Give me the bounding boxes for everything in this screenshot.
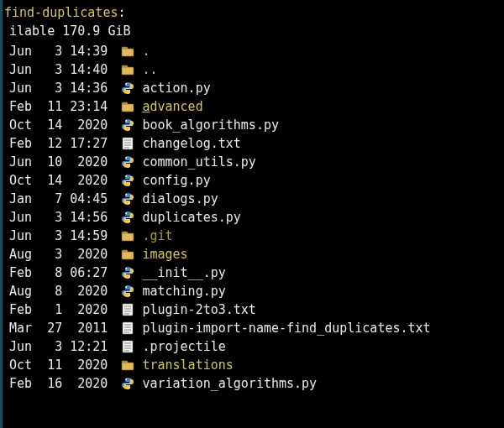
file-date: Feb 16 2020: [9, 374, 115, 393]
file-name[interactable]: ..: [142, 60, 157, 79]
file-date: Oct 14 2020: [9, 171, 115, 190]
file-row[interactable]: Mar 27 2011 plugin-import-name-find_dupl…: [4, 319, 504, 337]
disk-usage-text: ilable 170.9 GiB: [9, 23, 131, 39]
file-name[interactable]: __init__.py: [142, 264, 225, 282]
text-file-icon: [118, 340, 137, 353]
folder-icon: [118, 229, 137, 243]
file-date: Feb 8 06:27: [9, 264, 115, 282]
python-icon: [118, 266, 137, 279]
file-date: Oct 11 2020: [9, 356, 115, 374]
file-date: Jun 10 2020: [9, 153, 115, 171]
file-listing[interactable]: Jun 3 14:39 . Jun 3 14:40 .. Jun 3 14:36…: [4, 42, 504, 393]
file-name[interactable]: variation_algorithms.py: [142, 374, 317, 393]
file-row[interactable]: Jun 3 14:40 ..: [4, 60, 504, 79]
file-row[interactable]: Oct 14 2020 book_algorithms.py: [4, 116, 504, 134]
file-name[interactable]: .: [142, 42, 150, 60]
directory-name: find-duplicates: [4, 5, 118, 20]
file-date: Jun 3 14:36: [9, 79, 115, 97]
file-row[interactable]: Jan 7 04:45 dialogs.py: [4, 190, 504, 208]
file-date: Jun 3 14:39: [9, 42, 115, 60]
file-date: Aug 3 2020: [9, 245, 115, 264]
file-row[interactable]: Jun 3 14:59 .git: [4, 227, 504, 245]
file-date: Jun 3 14:40: [9, 60, 115, 79]
file-name[interactable]: common_utils.py: [142, 153, 255, 171]
text-file-icon: [118, 321, 137, 335]
file-name[interactable]: .git: [142, 227, 172, 245]
file-name[interactable]: images: [142, 245, 187, 264]
file-name[interactable]: .projectile: [142, 337, 225, 356]
python-icon: [118, 192, 137, 206]
file-name[interactable]: duplicates.py: [142, 208, 240, 227]
folder-icon: [118, 358, 137, 372]
file-date: Aug 8 2020: [9, 282, 115, 300]
file-row[interactable]: Feb 12 17:27 changelog.txt: [4, 134, 504, 153]
file-date: Jun 3 14:59: [9, 227, 115, 245]
file-name[interactable]: book_algorithms.py: [142, 116, 279, 134]
folder-icon: [118, 100, 137, 113]
file-row[interactable]: Jun 3 14:36 action.py: [4, 79, 504, 97]
file-row[interactable]: Feb 16 2020 variation_algorithms.py: [4, 374, 504, 393]
file-row[interactable]: Jun 3 14:39 .: [4, 42, 504, 60]
file-name[interactable]: translations: [142, 356, 233, 374]
file-name[interactable]: config.py: [142, 171, 210, 190]
python-icon: [118, 211, 137, 224]
disk-usage-line: ilable 170.9 GiB: [9, 22, 504, 40]
python-icon: [118, 377, 137, 390]
python-icon: [118, 284, 137, 298]
file-name[interactable]: dialogs.py: [142, 190, 218, 208]
file-row[interactable]: Jun 3 12:21 .projectile: [4, 337, 504, 356]
file-name[interactable]: plugin-import-name-find_duplicates.txt: [142, 319, 430, 337]
file-row[interactable]: Feb 1 2020 plugin-2to3.txt: [4, 300, 504, 319]
file-row[interactable]: Aug 8 2020 matching.py: [4, 282, 504, 300]
file-date: Jun 3 12:21: [9, 337, 115, 356]
file-row[interactable]: Oct 11 2020 translations: [4, 356, 504, 374]
dired-buffer: find-duplicates: ilable 170.9 GiB Jun 3 …: [0, 0, 504, 428]
file-date: Oct 14 2020: [9, 116, 115, 134]
file-row[interactable]: Jun 10 2020 common_utils.py: [4, 153, 504, 171]
python-icon: [118, 81, 137, 95]
file-name[interactable]: matching.py: [142, 282, 225, 300]
file-name[interactable]: advanced: [142, 97, 202, 116]
python-icon: [118, 155, 137, 169]
file-date: Jun 3 14:56: [9, 208, 115, 227]
file-row[interactable]: Feb 8 06:27 __init__.py: [4, 264, 504, 282]
file-date: Feb 11 23:14: [9, 97, 115, 116]
file-name[interactable]: action.py: [142, 79, 210, 97]
file-row[interactable]: Jun 3 14:56 duplicates.py: [4, 208, 504, 227]
file-name[interactable]: changelog.txt: [142, 134, 240, 153]
python-icon: [118, 118, 137, 132]
folder-icon: [118, 44, 137, 58]
title-colon: :: [118, 5, 125, 20]
file-date: Feb 1 2020: [9, 300, 115, 319]
file-row[interactable]: Aug 3 2020 images: [4, 245, 504, 264]
folder-icon: [118, 248, 137, 261]
text-file-icon: [118, 303, 137, 316]
python-icon: [118, 174, 137, 187]
file-name[interactable]: plugin-2to3.txt: [142, 300, 255, 319]
file-row[interactable]: Oct 14 2020 config.py: [4, 171, 504, 190]
folder-icon: [118, 63, 137, 76]
text-file-icon: [118, 137, 137, 150]
file-date: Jan 7 04:45: [9, 190, 115, 208]
buffer-title: find-duplicates:: [4, 3, 504, 22]
file-date: Mar 27 2011: [9, 319, 115, 337]
file-date: Feb 12 17:27: [9, 134, 115, 153]
file-row[interactable]: Feb 11 23:14 advanced: [4, 97, 504, 116]
